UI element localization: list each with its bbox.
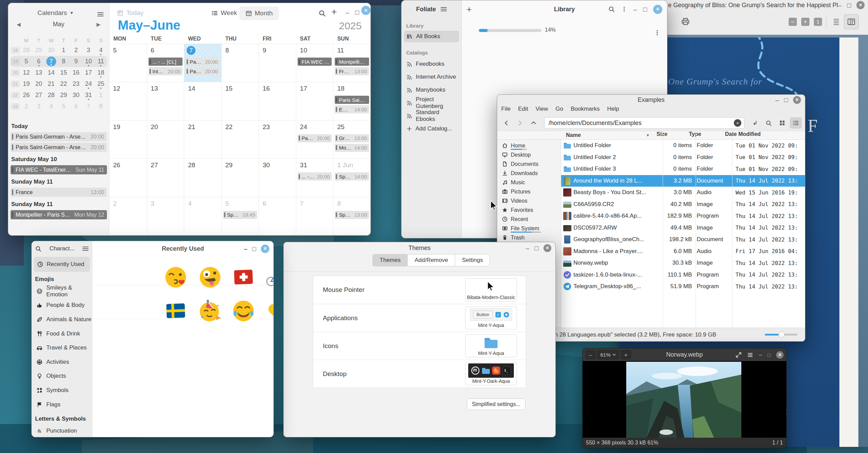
event-pill[interactable]: Paris Saint-Germ... — [335, 96, 369, 104]
mini-day[interactable]: 6 — [33, 56, 45, 67]
sidebar-item-punctuation[interactable]: &Punctuation — [32, 424, 92, 437]
viewer-zoom-dropdown[interactable]: 61% — [597, 350, 619, 359]
clear-location-icon[interactable]: × — [734, 119, 741, 127]
calendar-day-cell[interactable]: 25Great Br...13:00Monaco ...14:00 — [333, 121, 370, 159]
mini-day[interactable]: 14 — [45, 67, 58, 78]
column-header-size[interactable]: Size — [653, 131, 686, 139]
sidebar-item-file-system[interactable]: File System — [497, 224, 561, 233]
back-button[interactable] — [501, 118, 512, 128]
mini-day[interactable]: 10 — [82, 56, 95, 67]
catalog-item[interactable]: Internet Archive — [404, 71, 459, 83]
agenda-event[interactable]: Paris Saint-Germain - Arsenal [CL]20:00 — [11, 143, 107, 152]
zoom-out-button[interactable]: – — [789, 18, 797, 26]
mini-day[interactable]: 2 — [70, 45, 82, 56]
file-row[interactable]: taskizer-1.6.0-beta-linux-...110.1 MBPro… — [561, 269, 805, 281]
mini-day[interactable]: 18 — [95, 67, 107, 78]
sidebar-item-objects[interactable]: Objects — [32, 369, 92, 384]
sidebar-item-food---drink[interactable]: Food & Drink — [32, 327, 92, 341]
event-pill[interactable]: Great Br...13:00 — [335, 134, 369, 142]
mini-day[interactable]: 4 — [95, 45, 107, 56]
mini-day[interactable]: 23 — [70, 78, 82, 90]
menu-bookmarks[interactable]: Bookmarks — [571, 106, 600, 112]
list-view-icon[interactable] — [790, 118, 802, 128]
mini-day[interactable]: 5 — [20, 56, 33, 67]
emoji-yellow-heart[interactable] — [265, 299, 274, 323]
calendar-day-cell[interactable]: 16 — [258, 82, 296, 120]
viewer-zoom-out-button[interactable]: – — [585, 350, 596, 359]
viewer-close-button[interactable]: × — [776, 351, 784, 359]
reader-minimize-button[interactable]: – — [838, 2, 842, 9]
mini-day[interactable]: 5 — [58, 101, 70, 112]
up-button[interactable] — [528, 118, 539, 128]
event-pill[interactable]: Paris Sai...20:00 — [186, 58, 220, 66]
calendar-minimize-button[interactable]: – — [346, 9, 349, 16]
toggle-location-entry-icon[interactable] — [749, 118, 761, 128]
menu-edit[interactable]: Edit — [518, 106, 528, 112]
agenda-event[interactable]: FIA WEC - TotalEnergies 6 Hours o...Sun … — [11, 165, 107, 174]
file-row[interactable]: Norway.webp30.3 kBImageThu 14 Jul 2022 1… — [561, 257, 805, 269]
event-pill[interactable]: Paris Sai...20:00 — [186, 67, 220, 75]
file-row[interactable]: Untitled Folder 20 itemsFolderTue 01 Nov… — [561, 152, 805, 163]
mini-day[interactable]: 30 — [70, 90, 82, 101]
calendar-day-cell[interactable]: 28 — [184, 159, 221, 197]
calendar-day-cell[interactable]: 21 — [184, 121, 221, 159]
mini-day[interactable]: 2 — [20, 101, 33, 112]
mini-day[interactable]: 29 — [33, 45, 45, 56]
calendar-day-cell[interactable]: 31... - ... [CL]20:00 — [296, 159, 333, 197]
foliate-minimize-button[interactable]: – — [633, 6, 637, 13]
themes-close-button[interactable]: × — [543, 244, 551, 252]
mini-day[interactable]: 28 — [45, 90, 58, 101]
foliate-maximize-button[interactable]: □ — [643, 6, 647, 13]
fullscreen-icon[interactable] — [736, 352, 742, 358]
column-header-date[interactable]: Date Modified — [722, 131, 805, 139]
mini-day[interactable]: 3 — [82, 45, 95, 56]
mini-day[interactable]: 1 — [58, 45, 70, 56]
mini-day[interactable]: 19 — [20, 78, 33, 90]
calendar-day-cell[interactable]: 27 — [147, 159, 184, 197]
event-pill[interactable]: Emilia R...14:00 — [335, 105, 369, 113]
mini-day[interactable]: 7 — [82, 101, 95, 112]
calendar-day-cell[interactable]: 30 — [258, 159, 296, 197]
month-view-button[interactable]: Month — [239, 6, 279, 20]
calendar-day-cell[interactable]: 26 — [109, 159, 147, 197]
calendar-day-cell[interactable]: 5 — [109, 44, 147, 82]
calendar-menu-button[interactable] — [97, 11, 104, 17]
calendars-dropdown[interactable]: Calendars ▼ — [37, 9, 74, 17]
add-event-button[interactable]: + — [331, 6, 337, 17]
calendar-day-cell[interactable]: 2 — [109, 197, 147, 235]
mini-day[interactable]: 21 — [45, 78, 58, 90]
files-minimize-button[interactable]: – — [775, 97, 779, 103]
mini-day[interactable]: 30 — [45, 45, 58, 56]
calendar-today-button[interactable]: Today — [117, 9, 144, 17]
calendar-day-cell[interactable]: 19 — [109, 121, 147, 159]
calendar-day-cell[interactable]: 8Spain13:00 — [333, 197, 370, 235]
emoji-flag-sweden[interactable] — [163, 299, 188, 323]
calendar-day-cell[interactable]: 1 JunSpanish GP14:00 — [333, 159, 370, 197]
sidebar-item-pictures[interactable]: Pictures — [497, 187, 561, 196]
foliate-menu-button[interactable] — [441, 6, 447, 12]
calendar-maximize-button[interactable]: □ — [355, 9, 359, 16]
emoji-face-blowing-kiss[interactable] — [163, 265, 188, 290]
mini-next-month-button[interactable]: ▶ — [96, 21, 107, 28]
themes-titlebar[interactable]: Themes – □ × — [284, 242, 555, 254]
calendar-day-cell[interactable]: 7 — [296, 197, 333, 235]
mini-day[interactable]: 31 — [82, 90, 95, 101]
event-pill[interactable]: ... - ... [CL]20:00 — [298, 172, 332, 181]
file-row[interactable]: Around the World in 28 L...3.2 MBDocumen… — [561, 175, 805, 187]
mini-day[interactable]: 13 — [33, 67, 45, 78]
emoji-zany-face[interactable] — [198, 265, 222, 290]
calendar-day-cell[interactable]: 23 — [258, 121, 296, 159]
calendar-day-cell[interactable]: 3 — [147, 197, 184, 235]
mini-day[interactable]: 20 — [33, 78, 45, 90]
viewer-maximize-button[interactable]: □ — [768, 352, 771, 358]
reader-maximize-button[interactable]: □ — [847, 2, 851, 9]
add-book-button[interactable]: + — [467, 4, 472, 15]
file-row[interactable]: Telegram_Desktop-x86_...51.9 MBProgramTh… — [561, 281, 805, 293]
calendar-day-cell[interactable]: 8 — [221, 44, 259, 82]
calendar-day-cell[interactable]: 18Paris Saint-Germ...Emilia R...14:00 — [333, 82, 370, 120]
calendar-day-cell[interactable]: 6 — [258, 197, 296, 235]
event-pill[interactable]: Spain - F...19:45 — [223, 211, 257, 219]
sidebar-item-downloads[interactable]: Downloads — [497, 169, 561, 178]
mini-day[interactable]: 6 — [70, 101, 82, 112]
menu-view[interactable]: View — [536, 106, 548, 112]
